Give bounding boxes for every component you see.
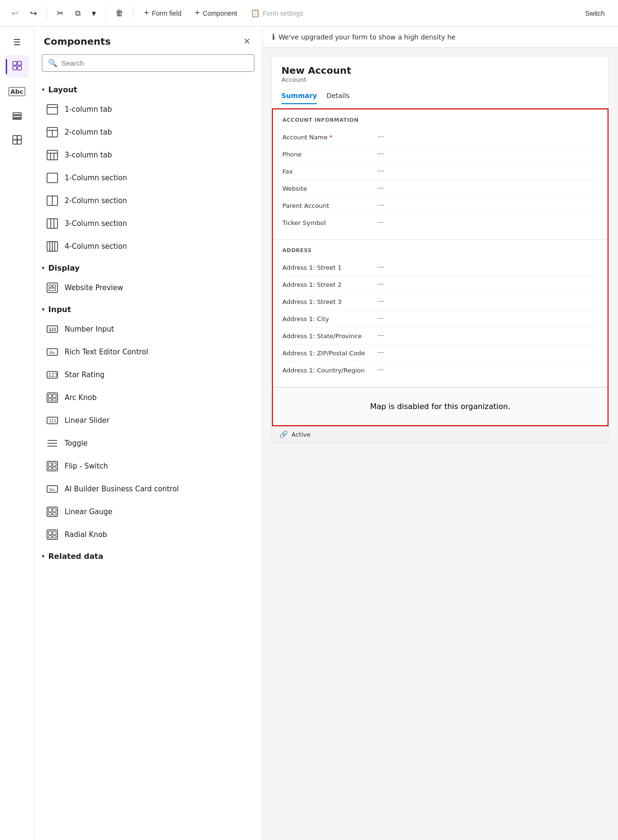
field-label-state: Address 1: State/Province bbox=[282, 332, 377, 340]
paste-icon: ⧉ bbox=[75, 9, 80, 18]
list-item-ai-builder[interactable]: Abc AI Builder Business Card control bbox=[42, 478, 254, 500]
svg-rect-51 bbox=[48, 463, 52, 466]
redo-icon: ↪ bbox=[30, 8, 37, 19]
tab-details-label: Details bbox=[327, 92, 350, 99]
svg-rect-60 bbox=[48, 513, 52, 515]
1col-section-icon bbox=[46, 171, 59, 185]
form-row-state: Address 1: State/Province --- bbox=[282, 328, 598, 345]
switch-label: Switch bbox=[585, 10, 605, 17]
svg-text:Abc: Abc bbox=[49, 488, 56, 492]
section-title-address: ADDRESS bbox=[282, 247, 598, 254]
info-bar: ℹ️ We've upgraded your form to show a hi… bbox=[262, 27, 618, 48]
list-item-website-preview[interactable]: Website Preview bbox=[42, 276, 254, 299]
add-component-button[interactable]: + Component bbox=[190, 5, 242, 21]
category-layout-label: Layout bbox=[48, 85, 77, 94]
switch-button[interactable]: Switch bbox=[579, 7, 610, 20]
category-display[interactable]: ▾ Display bbox=[42, 258, 254, 276]
field-label-street2: Address 1: Street 2 bbox=[282, 280, 377, 288]
form-row-parent-account: Parent Account --- bbox=[282, 197, 598, 215]
3col-section-label: 3-Column section bbox=[65, 219, 127, 228]
list-item-3col-section[interactable]: 3-Column section bbox=[42, 212, 254, 235]
linear-gauge-icon bbox=[46, 505, 59, 518]
sidebar-item-grid[interactable] bbox=[6, 55, 29, 78]
field-label-phone: Phone bbox=[282, 150, 377, 158]
plus-icon-1: + bbox=[144, 8, 149, 18]
list-item-3col-tab[interactable]: 3-column tab bbox=[42, 144, 254, 166]
svg-rect-44 bbox=[53, 399, 56, 401]
svg-rect-61 bbox=[53, 513, 56, 515]
search-box: 🔍 bbox=[42, 54, 254, 72]
field-label-street3: Address 1: Street 3 bbox=[282, 297, 377, 305]
2col-tab-label: 2-column tab bbox=[65, 128, 112, 137]
info-icon: ℹ️ bbox=[272, 32, 275, 41]
cut-button[interactable]: ✂ bbox=[53, 5, 68, 21]
form-settings-icon: 📋 bbox=[251, 9, 260, 18]
add-form-field-button[interactable]: + Form field bbox=[139, 5, 186, 21]
list-item-1col-section[interactable]: 1-Column section bbox=[42, 166, 254, 189]
svg-text:123: 123 bbox=[49, 419, 56, 423]
plus-icon-2: + bbox=[195, 8, 200, 18]
tab-summary[interactable]: Summary bbox=[281, 88, 317, 104]
form-title: New Account bbox=[281, 65, 599, 76]
form-row-account-name: Account Name * --- bbox=[282, 129, 598, 146]
svg-rect-7 bbox=[13, 136, 17, 140]
list-item-linear-gauge[interactable]: Linear Gauge bbox=[42, 500, 254, 523]
radial-knob-label: Radial Knob bbox=[65, 530, 107, 539]
chevron-layout-icon: ▾ bbox=[42, 87, 45, 93]
sidebar-item-layers[interactable] bbox=[6, 105, 29, 127]
delete-button[interactable]: 🗑 bbox=[112, 6, 127, 21]
list-item-star-rating[interactable]: 123 Star Rating bbox=[42, 363, 254, 386]
list-item-linear-slider[interactable]: 123 Linear Slider bbox=[42, 409, 254, 432]
list-item-toggle[interactable]: Toggle bbox=[42, 432, 254, 455]
list-item-flip-switch[interactable]: Flip - Switch bbox=[42, 455, 254, 478]
paste-button[interactable]: ⧉ bbox=[71, 6, 84, 20]
list-item-1col-tab[interactable]: 1-column tab bbox=[42, 98, 254, 121]
divider-1 bbox=[47, 7, 47, 20]
form-section-account: ACCOUNT INFORMATION Account Name * --- P… bbox=[273, 109, 608, 240]
search-input[interactable] bbox=[61, 59, 248, 67]
svg-rect-5 bbox=[13, 116, 21, 117]
status-bar: 🔗 Active bbox=[272, 426, 608, 442]
svg-rect-59 bbox=[53, 508, 56, 512]
list-item-number-input[interactable]: 123 Number Input bbox=[42, 318, 254, 341]
svg-text:Abc: Abc bbox=[49, 351, 56, 355]
svg-rect-30 bbox=[47, 283, 58, 293]
category-layout[interactable]: ▾ Layout bbox=[42, 79, 254, 98]
svg-rect-63 bbox=[48, 531, 52, 535]
list-item-rich-text[interactable]: Abc Rich Text Editor Control bbox=[42, 341, 254, 363]
toggle-label: Toggle bbox=[65, 439, 87, 448]
category-display-label: Display bbox=[48, 264, 80, 273]
components-panel: Components ✕ 🔍 ▾ Layout bbox=[34, 27, 262, 840]
sidebar-item-hamburger[interactable]: ☰ bbox=[6, 30, 29, 53]
list-item-2col-tab[interactable]: 2-column tab bbox=[42, 121, 254, 144]
sidebar-item-abc[interactable]: Abc bbox=[6, 80, 29, 103]
sidebar-item-component[interactable] bbox=[6, 129, 29, 152]
svg-rect-64 bbox=[53, 531, 56, 535]
component-icon bbox=[12, 135, 22, 147]
field-label-account-name: Account Name * bbox=[282, 133, 377, 141]
list-item-radial-knob[interactable]: Radial Knob bbox=[42, 523, 254, 546]
chevron-down-icon: ▾ bbox=[92, 8, 96, 19]
ai-builder-icon: Abc bbox=[46, 482, 59, 496]
status-link-icon[interactable]: 🔗 bbox=[280, 430, 288, 438]
form-settings-button[interactable]: 📋 Form settings bbox=[246, 6, 308, 20]
4col-section-label: 4-Column section bbox=[65, 242, 127, 251]
star-rating-icon: 123 bbox=[46, 368, 59, 381]
svg-rect-0 bbox=[13, 61, 17, 65]
toolbar: ↩ ↪ ✂ ⧉ ▾ 🗑 + Form field + Component 📋 F… bbox=[0, 0, 618, 27]
4col-section-icon bbox=[46, 240, 59, 253]
undo-button[interactable]: ↩ bbox=[8, 5, 22, 21]
list-item-2col-section[interactable]: 2-Column section bbox=[42, 189, 254, 212]
category-related-data[interactable]: ▾ Related data bbox=[42, 546, 254, 565]
svg-rect-31 bbox=[49, 285, 52, 287]
tab-details[interactable]: Details bbox=[327, 88, 350, 104]
status-badge: Active bbox=[291, 431, 310, 438]
list-item-4col-section[interactable]: 4-Column section bbox=[42, 235, 254, 258]
category-input[interactable]: ▾ Input bbox=[42, 299, 254, 318]
redo-button[interactable]: ↪ bbox=[26, 5, 41, 21]
dropdown-button[interactable]: ▾ bbox=[88, 5, 100, 21]
form-row-street3: Address 1: Street 3 --- bbox=[282, 293, 598, 311]
list-item-arc-knob[interactable]: Arc Knob bbox=[42, 386, 254, 409]
close-button[interactable]: ✕ bbox=[241, 34, 252, 49]
delete-icon: 🗑 bbox=[116, 9, 124, 18]
